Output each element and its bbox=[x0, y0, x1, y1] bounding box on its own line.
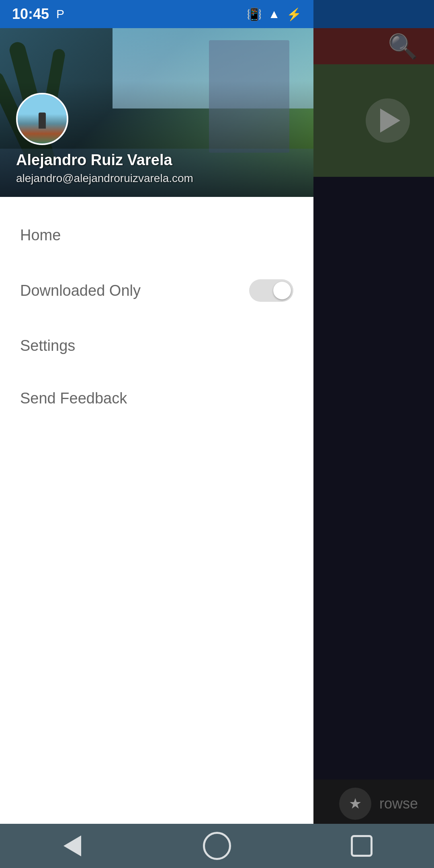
user-email: alejandro@alejandroruizvarela.com bbox=[16, 172, 297, 185]
avatar bbox=[16, 93, 68, 145]
drawer-menu: Home Downloaded Only Settings Send Feedb… bbox=[0, 197, 313, 868]
vibrate-icon: 📳 bbox=[247, 7, 262, 21]
nav-home-button[interactable] bbox=[201, 830, 233, 862]
user-name: Alejandro Ruiz Varela bbox=[16, 151, 297, 169]
overview-icon bbox=[351, 835, 373, 857]
status-bar: 10:45 P 📳 ▲ ⚡ bbox=[0, 0, 313, 28]
menu-label-settings: Settings bbox=[20, 337, 75, 354]
avatar-image bbox=[18, 94, 67, 143]
drawer-header: Alejandro Ruiz Varela alejandro@alejandr… bbox=[0, 28, 313, 197]
home-icon bbox=[203, 832, 231, 860]
profile-overlay: Alejandro Ruiz Varela alejandro@alejandr… bbox=[0, 81, 313, 197]
toggle-track bbox=[249, 279, 293, 302]
battery-icon: ⚡ bbox=[287, 7, 301, 21]
menu-item-downloaded-only[interactable]: Downloaded Only bbox=[0, 262, 313, 319]
avatar-person-silhouette bbox=[39, 113, 46, 129]
back-icon bbox=[63, 835, 81, 856]
navigation-drawer: 10:45 P 📳 ▲ ⚡ Al bbox=[0, 0, 313, 868]
status-left: 10:45 P bbox=[12, 6, 64, 23]
status-time: 10:45 bbox=[12, 6, 49, 23]
menu-item-send-feedback[interactable]: Send Feedback bbox=[0, 372, 313, 425]
plex-notification-icon: P bbox=[56, 7, 64, 21]
toggle-thumb bbox=[273, 282, 291, 299]
wifi-icon: ▲ bbox=[268, 7, 280, 21]
downloaded-only-toggle[interactable] bbox=[249, 279, 293, 302]
nav-overview-button[interactable] bbox=[346, 830, 378, 862]
menu-item-settings[interactable]: Settings bbox=[0, 319, 313, 372]
menu-label-downloaded-only: Downloaded Only bbox=[20, 282, 141, 299]
nav-back-button[interactable] bbox=[56, 830, 88, 862]
menu-item-home[interactable]: Home bbox=[0, 209, 313, 262]
bottom-navigation bbox=[0, 824, 434, 868]
menu-label-send-feedback: Send Feedback bbox=[20, 390, 127, 407]
status-right: 📳 ▲ ⚡ bbox=[247, 7, 301, 21]
menu-label-home: Home bbox=[20, 227, 61, 244]
